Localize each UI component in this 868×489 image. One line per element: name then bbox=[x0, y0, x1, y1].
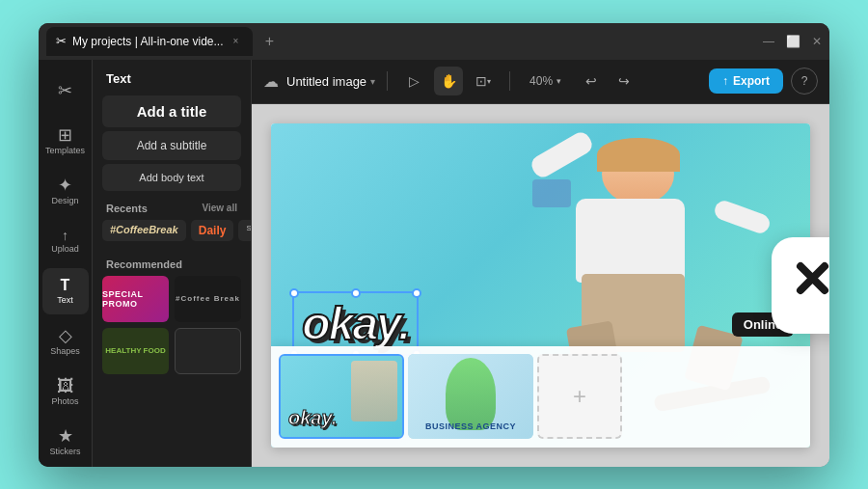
text-icon: T bbox=[61, 278, 70, 293]
play-tool-button[interactable]: ▷ bbox=[399, 67, 428, 95]
browser-window: ✂ My projects | All-in-one vide... × + —… bbox=[39, 23, 829, 467]
sidebar-shapes-label: Shapes bbox=[50, 347, 80, 356]
sidebar-item-design[interactable]: ✦ Design bbox=[42, 168, 89, 214]
title-text: Untitled image bbox=[286, 74, 366, 89]
canvas-toolbar: ☁ Untitled image ▾ ▷ ✋ ⊡ ▾ 40% bbox=[252, 60, 829, 104]
help-button[interactable]: ? bbox=[791, 68, 818, 95]
redo-button[interactable]: ↪ bbox=[610, 67, 638, 95]
add-body-button[interactable]: Add body text bbox=[102, 164, 241, 191]
toolbar-separator bbox=[387, 71, 388, 91]
canvas-area: ☁ Untitled image ▾ ▷ ✋ ⊡ ▾ 40% bbox=[252, 60, 829, 467]
selection-handle-tr[interactable] bbox=[412, 288, 421, 298]
business-agency-text: BUSINESS AGENCY bbox=[408, 421, 533, 431]
filmstrip-add-button[interactable]: + bbox=[537, 354, 622, 439]
panel-title: Text bbox=[93, 60, 251, 94]
shapes-icon: ◇ bbox=[59, 327, 72, 344]
sidebar-item-capcut[interactable]: ✂ bbox=[42, 68, 89, 114]
tab-title: My projects | All-in-one vide... bbox=[72, 35, 224, 48]
add-title-button[interactable]: Add a title bbox=[102, 95, 241, 127]
recent-chip-daily[interactable]: Daily bbox=[191, 220, 234, 241]
upload-icon: ↑ bbox=[62, 229, 68, 242]
recents-section: Recents View all bbox=[93, 193, 251, 220]
recommended-grid-2: Healthy Food bbox=[102, 328, 241, 374]
canvas[interactable]: okay. Online bbox=[271, 123, 810, 448]
sidebar-text-label: Text bbox=[57, 296, 73, 305]
capcut-logo-svg bbox=[791, 257, 829, 314]
app-content: ✂ ⊞ Templates ✦ Design ↑ Upload T Text ◇… bbox=[39, 60, 829, 467]
filmstrip-okay-text: okay. bbox=[288, 407, 337, 429]
capcut-logo-overlay bbox=[772, 237, 829, 334]
recent-chip-coffee[interactable]: #CoffeeBreak bbox=[102, 220, 186, 241]
filmstrip-thumb-1[interactable]: okay. bbox=[279, 354, 404, 439]
document-title[interactable]: Untitled image ▾ bbox=[286, 74, 375, 89]
title-chevron-icon: ▾ bbox=[370, 76, 375, 87]
toolbar-separator-2 bbox=[509, 71, 510, 91]
close-button[interactable]: ✕ bbox=[812, 35, 822, 48]
sidebar-templates-label: Templates bbox=[45, 147, 85, 155]
recommended-label: Recommended bbox=[106, 258, 182, 270]
selection-handle-tl[interactable] bbox=[289, 288, 299, 298]
capcut-logo-icon: ✂ bbox=[58, 82, 72, 99]
crop-tool-button[interactable]: ⊡ ▾ bbox=[469, 67, 498, 95]
canvas-wrapper: okay. Online bbox=[252, 104, 829, 467]
add-subtitle-button[interactable]: Add a subtitle bbox=[102, 131, 241, 160]
zoom-chevron-icon: ▾ bbox=[556, 76, 561, 86]
recommended-grid: Special Promo #Coffee Break bbox=[102, 276, 241, 322]
hand-tool-button[interactable]: ✋ bbox=[434, 67, 463, 95]
export-icon: ↑ bbox=[722, 74, 728, 88]
rec-item-coffee-break[interactable]: #Coffee Break bbox=[175, 276, 241, 322]
rec-item-healthy-food[interactable]: Healthy Food bbox=[102, 328, 169, 374]
text-panel: Text Add a title Add a subtitle Add body… bbox=[93, 60, 252, 467]
new-tab-button[interactable]: + bbox=[257, 28, 284, 55]
sidebar-stickers-label: Stickers bbox=[49, 448, 80, 456]
canvas-background: okay. Online bbox=[271, 123, 810, 448]
recommended-section-label: Recommended bbox=[93, 249, 251, 276]
filmstrip-thumb-2[interactable]: BUSINESS AGENCY bbox=[408, 354, 533, 439]
recommended-section: Special Promo #Coffee Break Healthy Food bbox=[93, 276, 251, 380]
tab-bar: ✂ My projects | All-in-one vide... × + —… bbox=[39, 23, 829, 60]
sidebar-photos-label: Photos bbox=[51, 397, 78, 406]
recents-row: #CoffeeBreak Daily Special CM... bbox=[93, 220, 251, 249]
green-figure bbox=[446, 358, 496, 430]
sidebar-item-photos[interactable]: 🖼 Photos bbox=[42, 368, 89, 415]
templates-icon: ⊞ bbox=[58, 126, 72, 144]
zoom-level: 40% bbox=[529, 74, 553, 88]
window-controls: — ⬜ ✕ bbox=[763, 35, 822, 48]
sidebar-design-label: Design bbox=[51, 197, 78, 205]
okay-text: okay. bbox=[302, 297, 409, 350]
sidebar-item-text[interactable]: T Text bbox=[42, 268, 89, 314]
sidebar-item-stickers[interactable]: ★ Stickers bbox=[42, 419, 89, 465]
design-icon: ✦ bbox=[58, 177, 72, 194]
rec-item-placeholder[interactable] bbox=[175, 328, 241, 374]
toolbar-tools: ▷ ✋ ⊡ ▾ bbox=[399, 67, 498, 95]
rec-item-special-promo[interactable]: Special Promo bbox=[102, 276, 169, 322]
photos-icon: 🖼 bbox=[57, 377, 74, 394]
sidebar-item-shapes[interactable]: ◇ Shapes bbox=[42, 318, 89, 365]
filmstrip: okay. BUSINESS AGENCY + bbox=[271, 346, 810, 448]
zoom-control[interactable]: 40% ▾ bbox=[522, 70, 569, 92]
tab-close-button[interactable]: × bbox=[230, 35, 243, 48]
recents-label: Recents bbox=[106, 203, 148, 214]
sidebar-upload-label: Upload bbox=[51, 245, 79, 254]
maximize-button[interactable]: ⬜ bbox=[786, 35, 800, 48]
undo-button[interactable]: ↩ bbox=[577, 67, 606, 95]
cloud-save-icon: ☁ bbox=[263, 72, 279, 91]
sidebar: ✂ ⊞ Templates ✦ Design ↑ Upload T Text ◇… bbox=[39, 60, 93, 467]
coffee-break-label: #Coffee Break bbox=[176, 294, 240, 303]
crop-chevron-icon: ▾ bbox=[487, 77, 491, 86]
export-button[interactable]: ↑ Export bbox=[709, 68, 783, 94]
export-label: Export bbox=[733, 74, 770, 88]
active-tab[interactable]: ✂ My projects | All-in-one vide... × bbox=[46, 27, 253, 56]
recent-chip-special[interactable]: Special CM... bbox=[238, 220, 251, 241]
undo-redo-group: ↩ ↪ bbox=[577, 67, 638, 95]
add-frame-icon: + bbox=[573, 383, 586, 410]
sidebar-item-templates[interactable]: ⊞ Templates bbox=[42, 118, 89, 164]
minimize-button[interactable]: — bbox=[763, 35, 774, 48]
capcut-icon: ✂ bbox=[56, 34, 67, 48]
sidebar-item-upload[interactable]: ↑ Upload bbox=[42, 218, 89, 264]
special-promo-label: Special Promo bbox=[102, 289, 169, 309]
stickers-icon: ★ bbox=[58, 427, 73, 445]
healthy-food-label: Healthy Food bbox=[105, 346, 165, 355]
view-all-button[interactable]: View all bbox=[202, 203, 237, 213]
crop-icon: ⊡ bbox=[475, 73, 487, 89]
